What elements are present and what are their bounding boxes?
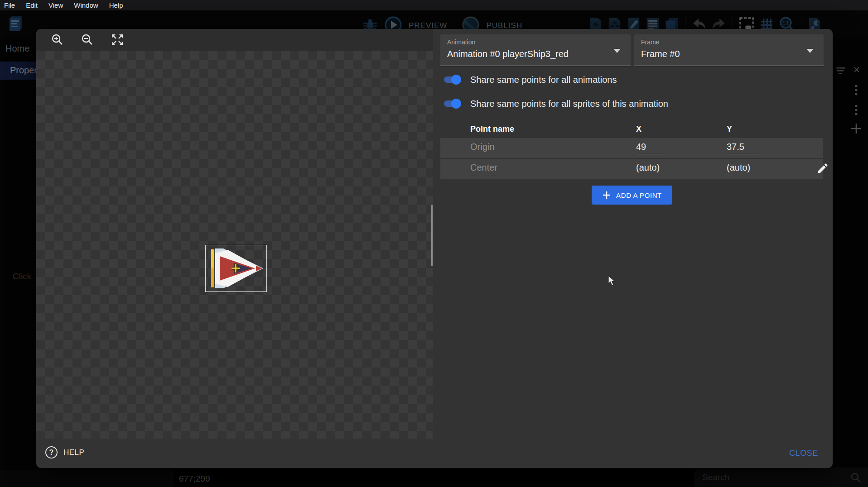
zoom-in-button[interactable] — [49, 32, 66, 48]
close-button[interactable]: CLOSE — [789, 449, 818, 458]
help-icon: ? — [45, 446, 58, 458]
plus-icon — [602, 191, 611, 200]
column-header-point-name: Point name — [470, 124, 514, 134]
help-label: HELP — [63, 448, 84, 457]
animation-select-label: Animation — [447, 38, 475, 46]
share-points-animations-row: Share same points for all animations — [443, 73, 617, 86]
menu-view[interactable]: View — [43, 1, 68, 9]
frame-select[interactable]: Frame Frame #0 — [634, 34, 824, 66]
menu-window[interactable]: Window — [68, 1, 103, 9]
table-row-origin[interactable]: Origin 49 37.5 — [440, 138, 823, 158]
chevron-down-icon — [613, 49, 621, 53]
sprite-bounding-box — [205, 245, 267, 292]
point-name-field: Origin — [470, 142, 606, 154]
edit-point-button[interactable] — [816, 162, 830, 176]
menu-help[interactable]: Help — [104, 1, 129, 9]
dialog-footer: ? HELP CLOSE — [36, 439, 833, 468]
column-header-x: X — [636, 124, 641, 134]
share-points-animations-toggle[interactable] — [443, 74, 461, 85]
toggle-label: Share same points for all animations — [470, 75, 617, 85]
player-ship-sprite[interactable] — [209, 248, 263, 288]
point-y-field[interactable]: (auto) — [727, 162, 758, 175]
share-points-sprites-toggle[interactable] — [443, 98, 461, 109]
add-a-point-label: ADD A POINT — [616, 191, 662, 199]
chevron-down-icon — [806, 49, 814, 53]
animation-select[interactable]: Animation Animation #0 playerShip3_red — [440, 34, 631, 66]
point-x-field[interactable]: (auto) — [636, 162, 666, 175]
table-row-center[interactable]: Center (auto) (auto) — [440, 159, 823, 179]
menu-edit[interactable]: Edit — [20, 1, 43, 9]
point-y-field[interactable]: 37.5 — [727, 142, 758, 154]
column-header-y: Y — [727, 124, 732, 134]
zoom-out-button[interactable] — [79, 32, 96, 48]
fit-to-screen-button[interactable] — [109, 32, 125, 48]
menu-bar: File Edit View Window Help — [0, 0, 868, 10]
add-a-point-button[interactable]: ADD A POINT — [592, 186, 672, 205]
sprite-preview-canvas[interactable] — [36, 51, 433, 439]
help-button[interactable]: ? HELP — [45, 446, 84, 458]
sprite-preview-toolbar — [36, 29, 433, 51]
frame-select-value: Frame #0 — [641, 49, 680, 59]
edit-points-dialog: Animation Animation #0 playerShip3_red F… — [36, 29, 833, 468]
point-x-field[interactable]: 49 — [636, 142, 666, 154]
preview-scrollbar[interactable] — [431, 205, 433, 266]
toggle-label: Share same points for all sprites of thi… — [470, 99, 668, 109]
frame-select-label: Frame — [641, 38, 659, 46]
animation-select-value: Animation #0 playerShip3_red — [447, 49, 569, 59]
menu-file[interactable]: File — [0, 1, 20, 9]
point-name-field: Center — [470, 162, 606, 175]
share-points-sprites-row: Share same points for all sprites of thi… — [443, 97, 668, 110]
pencil-icon — [816, 162, 829, 175]
